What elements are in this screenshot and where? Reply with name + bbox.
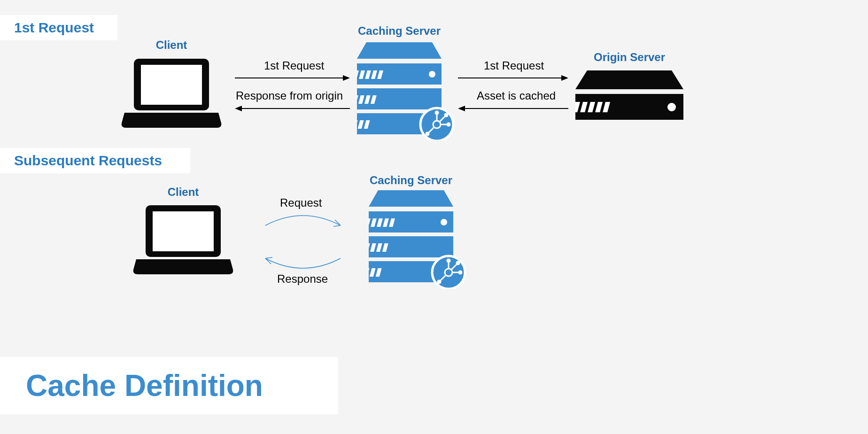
svg-rect-45 [369,236,453,257]
arrow-label-response: Response [277,272,328,286]
svg-point-72 [438,280,441,283]
server-stack-icon [369,190,467,289]
cycle-arrows-icon [256,211,350,272]
origin-server-icon [575,70,683,122]
client-label-2: Client [146,186,221,199]
arrow-label-1b: Response from origin [236,89,343,102]
section-subsequent-label: Subsequent Requests [14,153,162,168]
svg-rect-3 [357,88,442,109]
svg-point-68 [459,271,462,274]
arrow-label-2b: Asset is cached [477,89,556,102]
svg-point-52 [441,219,447,225]
arrow-label-2a: 1st Request [484,59,544,72]
svg-point-30 [426,132,429,135]
svg-rect-43 [153,211,214,251]
svg-rect-1 [141,65,202,105]
arrow-right-2 [458,75,568,81]
svg-point-10 [429,71,435,78]
arrow-right-1 [235,75,350,81]
section-subsequent-box: Subsequent Requests [0,148,190,173]
caching-server-label-1: Caching Server [341,24,458,38]
svg-point-70 [457,262,459,264]
main-title: Cache Definition [26,369,263,403]
svg-point-26 [447,123,450,126]
svg-point-66 [447,259,450,262]
svg-point-37 [667,103,676,111]
section-first-request-label: 1st Request [14,20,94,35]
laptop-icon [120,56,223,132]
arrow-label-1a: 1st Request [264,59,324,72]
client-label-1: Client [134,39,209,52]
title-box: Cache Definition [0,357,338,414]
section-first-request-box: 1st Request [0,15,117,40]
svg-point-24 [435,111,438,114]
laptop-icon [132,203,235,278]
svg-point-28 [445,114,448,116]
server-stack-icon [357,42,456,141]
caching-server-label-2: Caching Server [352,174,470,187]
origin-server-label: Origin Server [571,51,688,64]
arrow-left-2 [458,106,568,111]
arrow-label-request: Request [280,196,322,209]
arrow-left-1 [235,106,350,111]
